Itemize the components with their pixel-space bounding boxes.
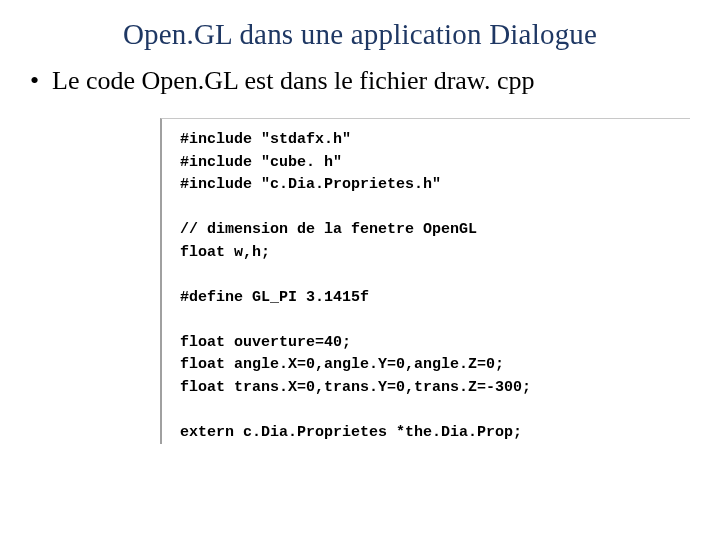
code-block: #include "stdafx.h" #include "cube. h" #… [160,118,690,444]
bullet-text: Le code Open.GL est dans le fichier draw… [52,65,535,96]
bullet-marker: • [30,68,52,94]
code-lines: #include "stdafx.h" #include "cube. h" #… [180,129,690,444]
bullet-item: • Le code Open.GL est dans le fichier dr… [30,65,690,96]
slide-title: Open.GL dans une application Dialogue [30,18,690,51]
slide: Open.GL dans une application Dialogue • … [0,0,720,540]
